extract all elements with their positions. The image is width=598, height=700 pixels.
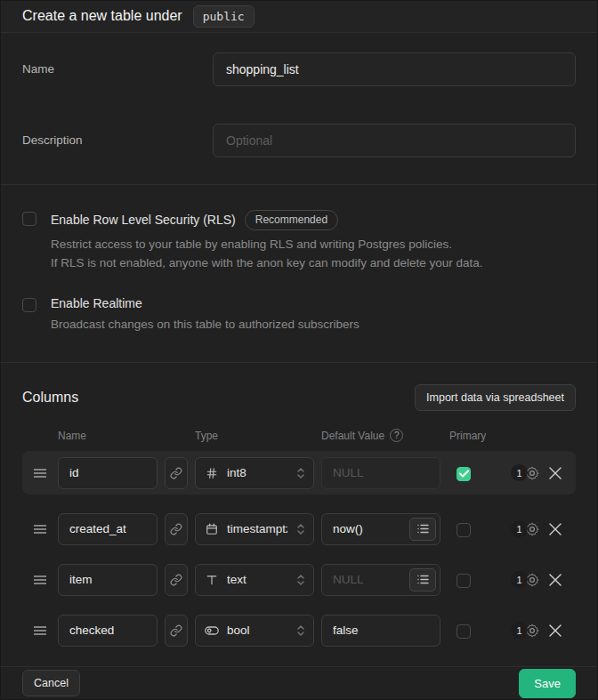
schema-badge: public (193, 5, 255, 28)
cancel-button[interactable]: Cancel (22, 670, 80, 696)
realtime-description: Broadcast changes on this table to autho… (51, 316, 360, 334)
column-type-select[interactable]: text (195, 564, 314, 596)
column-row-created-at: timestamptz 1 (22, 507, 576, 551)
foreign-key-link-icon[interactable] (165, 513, 188, 545)
header-default-value: Default Value (321, 430, 384, 442)
toggle-icon (205, 625, 219, 636)
foreign-key-link-icon[interactable] (165, 615, 188, 647)
column-row-id: int8 1 (22, 451, 576, 495)
dialog-footer: Cancel Save (1, 667, 597, 699)
drag-handle-icon[interactable] (33, 574, 51, 586)
column-row-item: text 1 (22, 558, 576, 601)
primary-checkbox[interactable] (457, 624, 471, 639)
remove-column-icon[interactable] (549, 523, 562, 535)
chevron-updown-icon (295, 523, 306, 535)
dialog-header: Create a new table under public (1, 1, 597, 33)
columns-heading: Columns (22, 390, 78, 406)
column-type-select[interactable]: timestamptz (195, 513, 314, 545)
column-name-input[interactable] (58, 513, 158, 545)
column-name-input[interactable] (58, 457, 158, 489)
recommended-badge: Recommended (245, 210, 338, 230)
chevron-updown-icon (295, 574, 306, 586)
options-section: Enable Row Level Security (RLS) Recommen… (1, 185, 597, 364)
columns-section: Columns Import data via spreadsheet Name… (1, 363, 597, 667)
rls-toggle-block: Enable Row Level Security (RLS) Recommen… (22, 210, 576, 273)
drag-handle-icon[interactable] (33, 467, 51, 479)
primary-checkbox[interactable] (457, 467, 471, 481)
header-name: Name (58, 430, 158, 442)
default-suggestions-icon[interactable] (409, 568, 436, 591)
foreign-key-link-icon[interactable] (165, 564, 188, 596)
drag-handle-icon[interactable] (33, 523, 51, 535)
calendar-icon (205, 523, 219, 535)
primary-checkbox[interactable] (457, 574, 471, 588)
rls-checkbox[interactable] (22, 212, 36, 226)
save-button[interactable]: Save (519, 669, 576, 698)
description-label: Description (22, 133, 213, 147)
realtime-checkbox[interactable] (22, 298, 36, 312)
realtime-label: Enable Realtime (51, 296, 142, 310)
column-type-select[interactable]: int8 (195, 457, 314, 489)
name-row: Name (22, 52, 576, 86)
rls-description: Restrict access to your table by enablin… (51, 236, 483, 273)
create-table-dialog: Create a new table under public Name Des… (1, 1, 597, 699)
remove-column-icon[interactable] (549, 467, 562, 479)
import-spreadsheet-button[interactable]: Import data via spreadsheet (415, 384, 576, 411)
remove-column-icon[interactable] (549, 574, 562, 586)
table-details-section: Name Description (1, 33, 597, 185)
header-type: Type (195, 430, 314, 442)
header-primary: Primary (448, 430, 483, 442)
text-icon (205, 574, 219, 586)
column-default-input[interactable] (321, 615, 440, 647)
column-name-input[interactable] (58, 615, 158, 647)
columns-header-row: Name Type Default Value ? Primary (22, 429, 576, 442)
table-description-input[interactable] (213, 124, 576, 157)
chevron-updown-icon (295, 624, 306, 637)
realtime-toggle-block: Enable Realtime Broadcast changes on thi… (22, 296, 576, 334)
drag-handle-icon[interactable] (33, 624, 51, 637)
default-suggestions-icon[interactable] (409, 518, 436, 541)
chevron-updown-icon (295, 467, 306, 479)
foreign-key-link-icon[interactable] (165, 457, 188, 489)
remove-column-icon[interactable] (549, 624, 562, 637)
table-name-input[interactable] (213, 52, 576, 86)
dialog-title: Create a new table under (22, 8, 182, 24)
column-row-checked: bool 1 (22, 608, 576, 652)
column-name-input[interactable] (58, 564, 158, 596)
column-type-select[interactable]: bool (195, 615, 314, 647)
help-icon[interactable]: ? (390, 429, 403, 442)
hash-icon (205, 467, 219, 479)
name-label: Name (22, 62, 213, 76)
rls-label: Enable Row Level Security (RLS) (51, 213, 236, 227)
primary-checkbox[interactable] (457, 523, 471, 537)
description-row: Description (22, 124, 576, 157)
column-default-input (321, 457, 440, 489)
